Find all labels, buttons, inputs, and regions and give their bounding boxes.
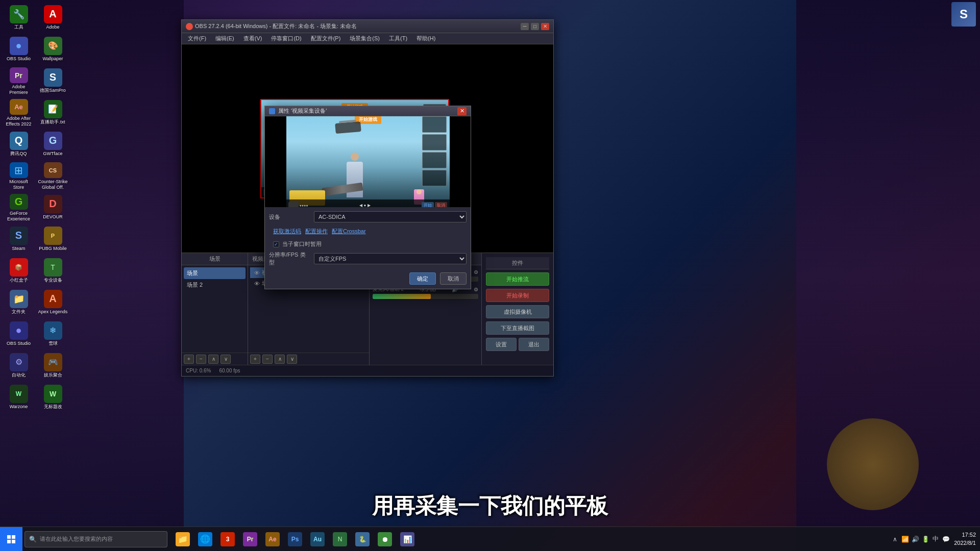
dialog-resolution-select[interactable]: 自定义FPS [314,253,467,264]
dialog-ok-btn[interactable]: 确定 [409,272,436,285]
obs-virtual-cam-btn[interactable]: 虚拟摄像机 [486,305,549,318]
desktop-icon-apex[interactable]: A Apex Legends [36,287,69,317]
obs-titlebar[interactable]: OBS 27.2.4 (64-bit Windows) - 配置文件: 未命名 … [182,20,553,33]
desktop-icon-yulejuhe[interactable]: 🎮 娱乐聚合 [36,350,69,381]
obs-source-remove-btn[interactable]: − [262,355,273,364]
obs-scene-up-btn[interactable]: ∧ [208,355,218,364]
dialog-link-activate[interactable]: 获取激活码 [273,228,301,235]
obs-menu-docks[interactable]: 停靠窗口(D) [267,34,305,43]
obs-start-stream-btn[interactable]: 开始推流 [486,272,549,286]
dialog-close-btn[interactable]: ✕ [457,107,467,115]
dialog-titlebar[interactable]: 属性 '视频采集设备' ✕ [265,106,471,116]
tray-icon-chevron[interactable]: ∧ [891,535,899,543]
dialog-game-aircraft [335,121,361,134]
dialog-device-label: 设备 [269,213,310,221]
desktop-icon-wallpaper[interactable]: 🎨 Wallpaper [36,34,69,64]
dialog-link-crossbar[interactable]: 配置Crossbar [332,228,366,235]
taskbar-app-navicat[interactable]: N [329,528,351,550]
dialog-link-config[interactable]: 配置操作 [305,228,328,235]
tray-icon-notification[interactable]: 💬 [942,535,950,543]
obs-menu-scenes[interactable]: 场景集合(S) [346,34,384,43]
obs-window-controls[interactable]: ─ □ ✕ [521,23,549,30]
obs-scenes-footer[interactable]: + − ∧ ∨ [182,353,248,365]
obs-menu-view[interactable]: 查看(V) [239,34,266,43]
taskbar-app-explorer[interactable]: 📁 [172,528,194,550]
obs-source-down-btn[interactable]: ∨ [287,355,297,364]
desktop-icon-warzone[interactable]: W Warzone [2,382,35,412]
obs-close-button[interactable]: ✕ [541,23,549,30]
obs-settings-btn[interactable]: 设置 [486,338,517,351]
dialog-cancel-btn[interactable]: 取消 [440,272,467,285]
desktop-icon-geforce[interactable]: G GeForce Experience [2,192,35,222]
obs-source-add-btn[interactable]: + [250,355,260,364]
desktop-icon-samepro[interactable]: S 德国SamPro [36,65,69,96]
desktop-icon-folder[interactable]: 📁 文件夹 [2,287,35,317]
obs-screenshot-btn[interactable]: 下至直播截图 [486,321,549,335]
desktop-icon-tools[interactable]: 🔧 工具 [2,2,35,33]
taskbar-app-ps[interactable]: Ps [284,528,306,550]
taskbar-clock[interactable]: 17:52 2022/8/1 [954,531,980,547]
desktop-icon-pubg[interactable]: P PUBG Mobile [36,223,69,254]
dialog-title: 属性 '视频采集设备' [278,107,457,115]
tray-icon-battery[interactable]: 🔋 [921,535,929,543]
obs-scene-item-2[interactable]: 场景 2 [184,279,246,291]
taskbar-app-rec[interactable]: ⏺ [374,528,396,550]
obs-menu-profile[interactable]: 配置文件(P) [307,34,345,43]
taskbar-app-aftereffects[interactable]: Ae [261,528,284,550]
obs-menu-help[interactable]: 帮助(H) [412,34,439,43]
tray-icon-input[interactable]: 中 [932,535,940,543]
taskbar-app-au[interactable]: Au [306,528,329,550]
obs-minimize-button[interactable]: ─ [521,23,529,30]
obs-source-up-btn[interactable]: ∧ [275,355,285,364]
taskbar-app-extra[interactable]: 📊 [396,528,419,550]
desktop-icon-obs-shortcut[interactable]: ● OBS Studio [2,34,35,64]
desktop-icon-xuqiu[interactable]: ❄ 雪球 [36,318,69,349]
desktop-icon-zhuanye[interactable]: T 专业设备 [36,255,69,286]
desktop-icon-qq[interactable]: Q 腾讯QQ [2,129,35,159]
desktop-icon-premiere[interactable]: Pr Adobe Premiere [2,65,35,96]
obs-mixer-desktop-settings-icon[interactable]: ⚙ [474,269,478,275]
obs-mixer-mic-settings-icon[interactable]: ⚙ [474,287,478,292]
taskbar-start-button[interactable] [0,527,22,552]
desktop-icon-adobe[interactable]: A Adobe [36,2,69,33]
obs-menu-file[interactable]: 文件(F) [184,34,210,43]
obs-menu-tools[interactable]: 工具(T) [385,34,411,43]
obs-scene-item-1[interactable]: 场景 [184,267,246,279]
obs-title-text: OBS 27.2.4 (64-bit Windows) - 配置文件: 未命名 … [195,22,521,30]
dialog-resolution-label: 分辨率/FPS 类型 [269,251,310,266]
desktop-icon-devour[interactable]: D DEVOUR [36,192,69,222]
obs-start-record-btn[interactable]: 开始录制 [486,289,549,302]
taskbar-app-edge[interactable]: 🌐 [194,528,216,550]
desktop-icon-steam[interactable]: S Steam [2,223,35,254]
taskbar-search-bar[interactable]: 🔍 请在此处输入您要搜索的内容 [24,531,167,547]
desktop-icon-auto[interactable]: ⚙ 自动化 [2,350,35,381]
desktop-icon-gwtface[interactable]: G GWTface [36,129,69,159]
dialog-checkbox-label: 当子窗口时暂用 [282,240,322,248]
obs-scene-remove-btn[interactable]: − [196,355,206,364]
desktop-icon-redbox[interactable]: 📦 小红盒子 [2,255,35,286]
desktop-icon-cs[interactable]: CS Counter-Strike Global Off. [36,160,69,191]
right-art-overlay [796,0,980,551]
obs-controls-header: 控件 [486,257,549,269]
desktop-icon-obs2[interactable]: ● OBS Studio [2,318,35,349]
obs-quit-btn[interactable]: 退出 [519,338,549,351]
obs-maximize-button[interactable]: □ [531,23,539,30]
obs-scene-add-btn[interactable]: + [184,355,194,364]
obs-menu-edit[interactable]: 编辑(E) [211,34,238,43]
avatar-top-right[interactable]: S [951,2,976,27]
desktop-icon-wps[interactable]: W 无标题改 [36,382,69,412]
obs-scene-down-btn[interactable]: ∨ [220,355,231,364]
desktop-icon-aftereffects[interactable]: Ae Adobe After Effects 2022 [2,97,35,128]
desktop-icon-microsoft-store[interactable]: ⊞ Microsoft Store [2,160,35,191]
taskbar-app-360[interactable]: 3 [216,528,239,550]
tray-icon-net[interactable]: 📶 [901,535,909,543]
obs-sources-footer[interactable]: + − ∧ ∨ [248,353,369,365]
dialog-checkbox[interactable] [273,241,279,247]
dialog-device-select[interactable]: AC-SDICA [314,211,467,222]
taskbar-app-premiere[interactable]: Pr [239,528,261,550]
taskbar-app-python[interactable]: 🐍 [351,528,374,550]
taskbar-search-placeholder: 请在此处输入您要搜索的内容 [40,535,113,543]
obs-mixer-mic-fill [373,294,431,299]
tray-icon-sound[interactable]: 🔊 [911,535,919,543]
desktop-icon-zhibo[interactable]: 📝 直播助手.txt [36,97,69,128]
